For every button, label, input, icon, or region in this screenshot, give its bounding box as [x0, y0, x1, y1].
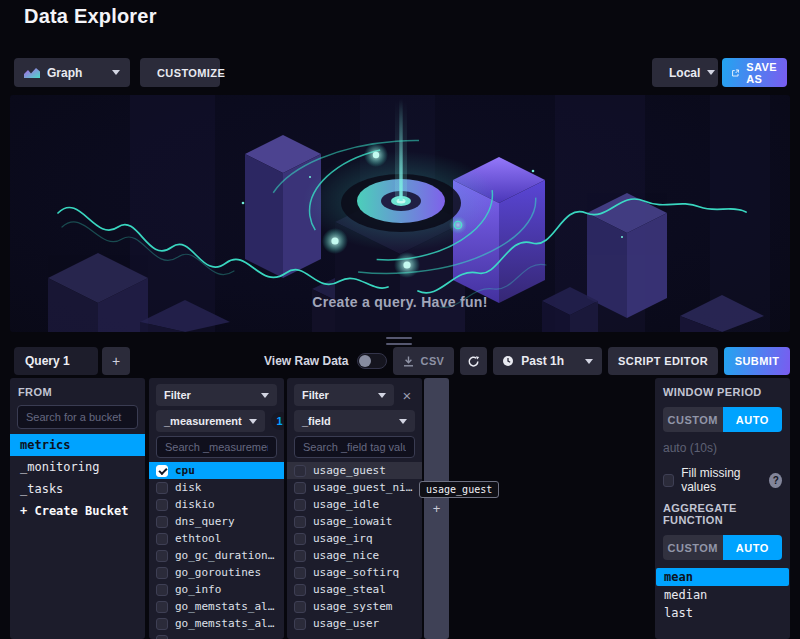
aggregate-custom-button[interactable]: CUSTOM [663, 535, 723, 560]
tooltip: usage_guest [419, 481, 499, 498]
tag-key-dropdown[interactable]: _measurement [156, 410, 265, 432]
checkbox[interactable] [294, 550, 306, 562]
bucket-item[interactable]: _monitoring [10, 456, 145, 478]
list-item[interactable]: usage_system [287, 598, 422, 615]
export-icon [732, 67, 739, 79]
aggregate-function-list: mean median last [656, 568, 789, 622]
tag-key-dropdown[interactable]: _field [294, 410, 415, 432]
help-icon[interactable]: ? [769, 473, 782, 488]
checkbox[interactable] [156, 499, 168, 511]
refresh-icon [467, 355, 480, 368]
list-item[interactable]: go_info [149, 581, 284, 598]
list-item[interactable]: usage_idle [287, 496, 422, 513]
checkbox[interactable] [156, 567, 168, 579]
checkbox[interactable] [294, 618, 306, 630]
list-item[interactable]: go_memstats_alloc_byt… [149, 598, 284, 615]
remove-filter-button[interactable]: × [399, 384, 415, 406]
function-item[interactable]: last [656, 604, 789, 622]
checkbox[interactable] [294, 584, 306, 596]
list-item-partial[interactable] [149, 632, 284, 639]
checkbox[interactable] [294, 601, 306, 613]
local-dropdown[interactable]: Local [652, 58, 718, 87]
visualization-type-dropdown[interactable]: Graph [14, 58, 130, 87]
aggregate-mode-toggle: CUSTOM AUTO [663, 535, 782, 560]
checkbox[interactable] [294, 499, 306, 511]
checkbox[interactable] [156, 516, 168, 528]
bucket-search-input[interactable] [17, 405, 138, 429]
checkbox[interactable] [156, 550, 168, 562]
checkbox[interactable] [156, 533, 168, 545]
checkbox[interactable] [156, 482, 168, 494]
list-item[interactable]: go_memstats_alloc_byt… [149, 615, 284, 632]
light-beam [395, 99, 407, 201]
bucket-item[interactable]: _tasks [10, 478, 145, 500]
view-raw-data-toggle[interactable] [357, 353, 387, 369]
bucket-list: metrics _monitoring _tasks + Create Buck… [10, 434, 145, 522]
time-range-dropdown[interactable]: Past 1h [493, 347, 602, 375]
chevron-down-icon [707, 70, 715, 75]
window-auto-button[interactable]: AUTO [723, 407, 783, 432]
checkbox[interactable] [156, 618, 168, 630]
list-item[interactable]: usage_guest_nice [287, 479, 422, 496]
script-editor-button[interactable]: SCRIPT EDITOR [608, 347, 718, 375]
measurement-search-input[interactable] [156, 436, 277, 458]
filter-type-dropdown[interactable]: Filter [156, 384, 277, 406]
bucket-item[interactable]: metrics [10, 434, 145, 456]
panel-resize-handle[interactable] [386, 337, 412, 345]
list-item[interactable]: ethtool [149, 530, 284, 547]
visualization-type-label: Graph [47, 66, 82, 80]
add-filter-column[interactable]: + [424, 378, 449, 639]
add-query-button[interactable]: + [102, 347, 130, 375]
list-item[interactable]: usage_irq [287, 530, 422, 547]
list-item[interactable]: usage_iowait [287, 513, 422, 530]
chevron-down-icon [378, 393, 386, 398]
filter-type-dropdown[interactable]: Filter [294, 384, 394, 406]
checkbox[interactable] [294, 482, 306, 494]
window-period-title: WINDOW PERIOD [663, 386, 782, 398]
query-tab[interactable]: Query 1 [14, 347, 98, 375]
checkbox[interactable] [294, 465, 306, 477]
download-icon [403, 356, 414, 367]
checkbox[interactable] [156, 584, 168, 596]
list-item[interactable]: diskio [149, 496, 284, 513]
checkbox[interactable] [156, 635, 168, 639]
script-editor-label: SCRIPT EDITOR [618, 355, 708, 367]
submit-button[interactable]: SUBMIT [724, 347, 790, 375]
save-as-button[interactable]: SAVE AS [722, 58, 787, 87]
function-item[interactable]: mean [656, 568, 789, 586]
list-item[interactable]: disk [149, 479, 284, 496]
field-search-input[interactable] [294, 436, 415, 458]
graph-panel: Create a query. Have fun! [10, 95, 790, 332]
checkbox-checked[interactable] [156, 465, 168, 477]
filter-panel-field: Filter × _field usage_guest usage_guest_… [287, 378, 422, 639]
fill-missing-values-checkbox[interactable] [663, 474, 674, 487]
create-bucket-button[interactable]: + Create Bucket [10, 500, 145, 522]
refresh-button[interactable] [460, 347, 487, 375]
function-item[interactable]: median [656, 586, 789, 604]
list-item[interactable]: usage_user [287, 615, 422, 632]
from-panel: FROM metrics _monitoring _tasks + Create… [10, 378, 145, 639]
window-custom-button[interactable]: CUSTOM [663, 407, 723, 432]
csv-label: CSV [421, 355, 445, 367]
submit-label: SUBMIT [735, 355, 780, 367]
list-item[interactable]: dns_query [149, 513, 284, 530]
customize-button[interactable]: CUSTOMIZE [140, 58, 220, 87]
list-item[interactable]: go_goroutines [149, 564, 284, 581]
chevron-down-icon [399, 419, 407, 424]
csv-download-button[interactable]: CSV [393, 347, 455, 375]
list-item[interactable]: usage_nice [287, 547, 422, 564]
measurement-list: cpu disk diskio dns_query ethtool go_gc_… [149, 462, 284, 639]
list-item[interactable]: usage_steal [287, 581, 422, 598]
list-item[interactable]: usage_guest [287, 462, 422, 479]
checkbox[interactable] [294, 567, 306, 579]
checkbox[interactable] [294, 516, 306, 528]
checkbox[interactable] [156, 601, 168, 613]
list-item[interactable]: cpu [149, 462, 284, 479]
filter-panel-measurement: Filter _measurement 1 cpu disk diskio dn… [149, 378, 284, 639]
view-raw-data-label: View Raw Data [264, 354, 348, 368]
aggregate-auto-button[interactable]: AUTO [723, 535, 783, 560]
list-item[interactable]: usage_softirq [287, 564, 422, 581]
checkbox[interactable] [294, 533, 306, 545]
list-item[interactable]: go_gc_duration_seconds [149, 547, 284, 564]
chevron-down-icon [585, 359, 593, 364]
